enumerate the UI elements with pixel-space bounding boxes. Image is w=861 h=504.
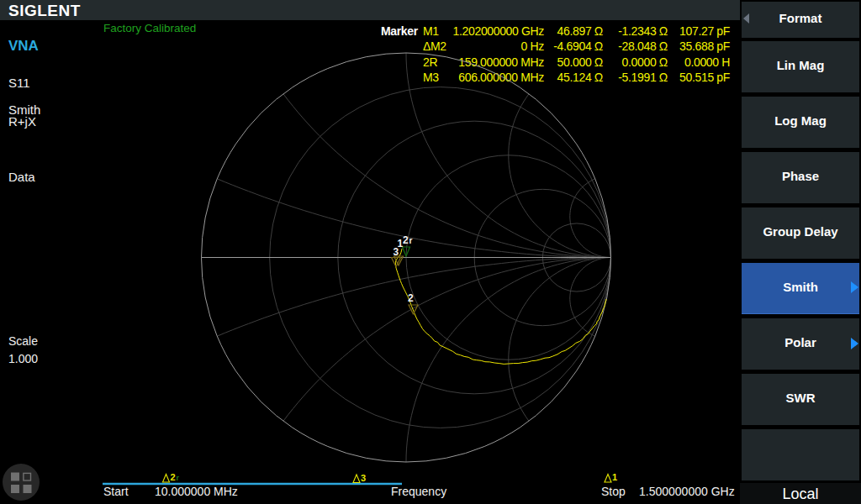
svg-text:2: 2: [408, 292, 414, 304]
svg-text:3: 3: [394, 246, 399, 258]
svg-text:3: 3: [361, 473, 366, 483]
svg-text:r: r: [177, 474, 180, 482]
svg-text:r: r: [409, 236, 413, 245]
svg-text:2: 2: [171, 472, 176, 482]
svg-text:2: 2: [403, 234, 409, 246]
svg-text:1: 1: [612, 472, 617, 482]
